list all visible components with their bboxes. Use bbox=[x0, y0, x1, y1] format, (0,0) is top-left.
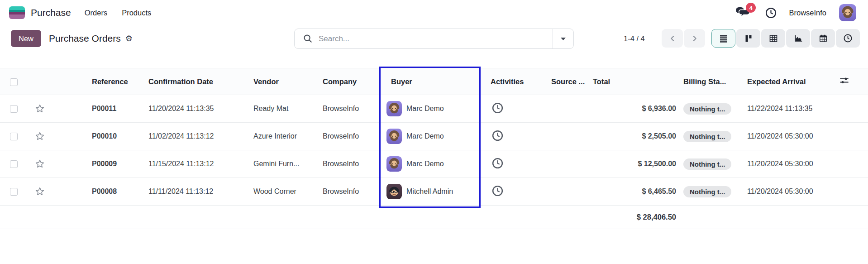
list-view-button[interactable] bbox=[711, 29, 735, 48]
select-all-checkbox[interactable] bbox=[10, 78, 18, 86]
menu-item-products[interactable]: Products bbox=[122, 9, 151, 17]
activity-clock-icon[interactable] bbox=[491, 157, 504, 169]
column-sum-total: $ 28,406.50 bbox=[593, 206, 679, 229]
user-avatar[interactable] bbox=[839, 4, 856, 21]
order-total[interactable]: $ 2,505.00 bbox=[593, 123, 679, 150]
activity-view-button[interactable] bbox=[836, 29, 860, 48]
confirmation-date[interactable]: 11/15/2024 11:13:12 bbox=[146, 150, 251, 178]
table-header: Reference Confirmation Date Vendor Compa… bbox=[0, 68, 868, 95]
confirmation-date[interactable]: 11/02/2024 11:13:12 bbox=[146, 123, 251, 150]
chevron-right-icon bbox=[690, 34, 700, 43]
header-billing-status[interactable]: Billing Sta... bbox=[679, 68, 742, 95]
billing-status-badge: Nothing t... bbox=[683, 131, 731, 142]
menu-item-orders[interactable]: Orders bbox=[85, 9, 107, 17]
row-checkbox[interactable] bbox=[10, 160, 18, 168]
table-row[interactable]: P00011 11/20/2024 11:13:35 Ready Mat Bro… bbox=[0, 95, 868, 123]
activity-clock-icon[interactable] bbox=[491, 185, 504, 197]
calendar-view-icon bbox=[819, 34, 828, 43]
table-row[interactable]: P00008 11/11/2024 11:13:12 Wood Corner B… bbox=[0, 178, 868, 206]
company[interactable]: BrowseInfo bbox=[319, 178, 379, 206]
kanban-view-button[interactable] bbox=[736, 29, 760, 48]
view-switcher bbox=[711, 29, 860, 48]
company[interactable]: BrowseInfo bbox=[319, 95, 379, 123]
source-cell[interactable] bbox=[548, 150, 593, 178]
vendor[interactable]: Ready Mat bbox=[251, 95, 319, 123]
header-buyer[interactable]: Buyer bbox=[379, 68, 481, 95]
header-expected-arrival[interactable]: Expected Arrival bbox=[742, 68, 839, 95]
search-input[interactable] bbox=[319, 29, 553, 48]
vendor[interactable]: Gemini Furn... bbox=[251, 150, 319, 178]
breadcrumb: Purchase Orders ⚙ bbox=[49, 30, 133, 47]
favorite-star-icon[interactable] bbox=[34, 103, 45, 114]
messages-button[interactable]: 4 bbox=[735, 6, 750, 19]
order-reference[interactable]: P00010 bbox=[54, 123, 146, 150]
buyer-cell[interactable]: Marc Demo bbox=[386, 101, 481, 116]
expected-arrival[interactable]: 11/22/2024 11:13:35 bbox=[742, 95, 839, 123]
billing-status-badge: Nothing t... bbox=[683, 186, 731, 197]
pivot-view-icon bbox=[769, 34, 778, 43]
pager-previous-button[interactable] bbox=[662, 29, 683, 48]
order-total[interactable]: $ 6,465.50 bbox=[593, 178, 679, 206]
buyer-cell[interactable]: Marc Demo bbox=[386, 156, 481, 172]
search-options-toggle[interactable] bbox=[553, 29, 573, 48]
order-reference[interactable]: P00008 bbox=[54, 178, 146, 206]
source-cell[interactable] bbox=[548, 178, 593, 206]
table-row[interactable]: P00010 11/02/2024 11:13:12 Azure Interio… bbox=[0, 123, 868, 150]
vendor[interactable]: Azure Interior bbox=[251, 123, 319, 150]
source-cell[interactable] bbox=[548, 123, 593, 150]
expected-arrival[interactable]: 11/20/2024 05:30:00 bbox=[742, 178, 839, 206]
user-menu-name[interactable]: BrowseInfo bbox=[789, 9, 826, 17]
activity-clock-icon[interactable] bbox=[491, 102, 504, 114]
row-checkbox[interactable] bbox=[10, 188, 18, 196]
list-view-icon bbox=[719, 34, 728, 43]
confirmation-date[interactable]: 11/11/2024 11:13:12 bbox=[146, 178, 251, 206]
buyer-name: Marc Demo bbox=[406, 132, 444, 140]
header-total[interactable]: Total bbox=[593, 68, 679, 95]
caret-down-icon bbox=[560, 37, 566, 41]
company[interactable]: BrowseInfo bbox=[319, 150, 379, 178]
buyer-cell[interactable]: Marc Demo bbox=[386, 129, 481, 144]
order-total[interactable]: $ 12,500.00 bbox=[593, 150, 679, 178]
new-button[interactable]: New bbox=[11, 30, 41, 47]
header-reference[interactable]: Reference bbox=[54, 68, 146, 95]
purchase-app-logo[interactable] bbox=[9, 6, 25, 19]
header-confirmation-date[interactable]: Confirmation Date bbox=[146, 68, 251, 95]
activity-clock-icon[interactable] bbox=[765, 7, 777, 19]
activity-clock-icon[interactable] bbox=[491, 130, 504, 142]
favorite-star-icon[interactable] bbox=[34, 158, 45, 169]
source-cell[interactable] bbox=[548, 95, 593, 123]
pivot-view-button[interactable] bbox=[761, 29, 785, 48]
expected-arrival[interactable]: 11/20/2024 05:30:00 bbox=[742, 150, 839, 178]
search-bar bbox=[294, 29, 574, 49]
header-activities[interactable]: Activities bbox=[481, 68, 548, 95]
confirmation-date[interactable]: 11/20/2024 11:13:35 bbox=[146, 95, 251, 123]
row-checkbox[interactable] bbox=[10, 133, 18, 140]
buyer-cell[interactable]: Mitchell Admin bbox=[386, 184, 481, 199]
order-total[interactable]: $ 6,936.00 bbox=[593, 95, 679, 123]
row-checkbox[interactable] bbox=[10, 105, 18, 113]
graph-view-button[interactable] bbox=[786, 29, 810, 48]
optional-columns-icon[interactable] bbox=[839, 77, 849, 85]
billing-status-badge: Nothing t... bbox=[683, 103, 731, 115]
pager-counter[interactable]: 1-4 / 4 bbox=[624, 30, 645, 47]
order-reference[interactable]: P00011 bbox=[54, 95, 146, 123]
pager-next-button[interactable] bbox=[684, 29, 705, 48]
gear-icon[interactable]: ⚙ bbox=[125, 34, 133, 43]
table-row[interactable]: P00009 11/15/2024 11:13:12 Gemini Furn..… bbox=[0, 150, 868, 178]
app-title[interactable]: Purchase bbox=[31, 7, 71, 18]
header-vendor[interactable]: Vendor bbox=[251, 68, 319, 95]
header-company[interactable]: Company bbox=[319, 68, 379, 95]
buyer-avatar bbox=[386, 101, 402, 116]
company[interactable]: BrowseInfo bbox=[319, 123, 379, 150]
favorite-star-icon[interactable] bbox=[34, 131, 45, 142]
expected-arrival[interactable]: 11/20/2024 05:30:00 bbox=[742, 123, 839, 150]
vendor[interactable]: Wood Corner bbox=[251, 178, 319, 206]
calendar-view-button[interactable] bbox=[811, 29, 835, 48]
purchase-app-screen: Purchase Orders Products 4 BrowseInfo bbox=[0, 0, 868, 264]
header-source[interactable]: Source ... bbox=[548, 68, 593, 95]
purchase-orders-table: Reference Confirmation Date Vendor Compa… bbox=[0, 68, 868, 229]
chevron-left-icon bbox=[668, 34, 677, 43]
favorite-star-icon[interactable] bbox=[34, 186, 45, 197]
breadcrumb-title[interactable]: Purchase Orders bbox=[49, 33, 121, 44]
order-reference[interactable]: P00009 bbox=[54, 150, 146, 178]
